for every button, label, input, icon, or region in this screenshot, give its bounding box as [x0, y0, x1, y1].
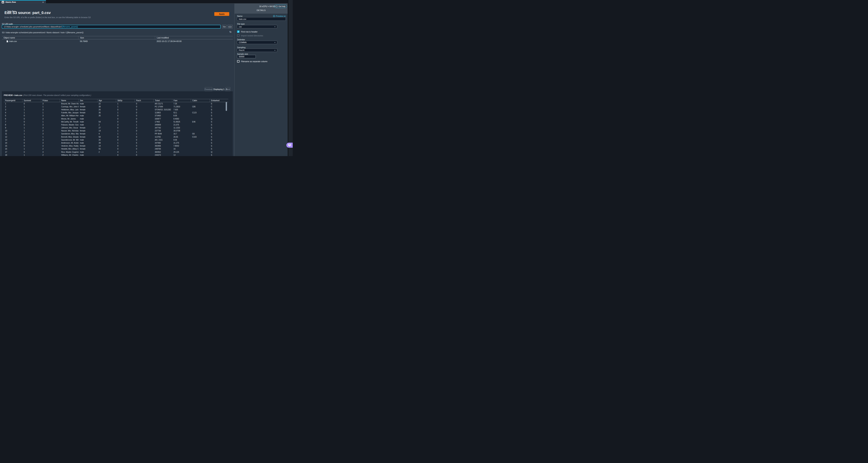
- table-cell: 1: [116, 133, 135, 135]
- preview-label: PREVIEW: [4, 94, 13, 96]
- table-cell: 5: [135, 142, 153, 144]
- table-cell: 1: [22, 148, 41, 150]
- sampling-select[interactable]: First K ▼: [237, 49, 277, 52]
- table-cell: 3: [41, 145, 60, 147]
- preview-column-header: Name: [60, 99, 79, 102]
- table-cell: 0: [22, 103, 41, 105]
- close-icon[interactable]: ✕: [42, 1, 44, 4]
- parameter-button[interactable]: {{ }}: [227, 25, 232, 29]
- get-help-button[interactable]: ? Get help: [274, 5, 287, 8]
- table-cell: female: [79, 148, 97, 150]
- table-cell: 1: [41, 136, 60, 138]
- table-cell: female: [79, 112, 97, 114]
- column-header-object-name: Object name: [2, 37, 78, 39]
- table-cell: 1: [22, 112, 41, 114]
- table-cell: 2: [41, 154, 60, 156]
- table-cell: 5: [4, 115, 22, 117]
- table-cell: 29.125: [172, 151, 191, 153]
- table-cell: Q: [210, 151, 228, 153]
- previous-page-button[interactable]: Previous: [205, 87, 212, 91]
- filename-column-checkbox[interactable]: Filename as separate column: [237, 60, 268, 63]
- table-row: 1812Williams, Mr. Charles Eu...male00244…: [4, 153, 228, 156]
- table-cell: male: [79, 118, 97, 120]
- right-rail: [288, 0, 293, 156]
- name-input[interactable]: train.csv: [237, 17, 286, 21]
- table-cell: 4: [97, 133, 116, 135]
- s3-breadcrumb[interactable]: S3 / data-wrangler-scheduled-jobs-parame…: [2, 31, 84, 34]
- table-cell: 373450: [153, 115, 172, 117]
- table-cell: Heikkinen, Miss. Laina: [60, 109, 79, 111]
- table-cell: 13: [172, 154, 191, 156]
- question-mark-icon: ?: [276, 5, 278, 7]
- table-cell: female: [79, 136, 97, 138]
- delimiter-select[interactable]: COMMA ▼: [237, 41, 277, 44]
- go-button[interactable]: Go: [222, 25, 227, 29]
- table-cell: S: [210, 148, 228, 150]
- table-cell: 1: [41, 106, 60, 108]
- table-row[interactable]: train.csv 59.76KB 2022-10-21 17:39:04+00…: [2, 39, 233, 43]
- table-cell: 0: [135, 145, 153, 147]
- vertical-scrollbar[interactable]: [226, 102, 227, 111]
- preview-on-toggle[interactable]: Preview on: [273, 15, 286, 17]
- table-cell: 9: [4, 127, 22, 129]
- apply-button[interactable]: Apply: [214, 12, 229, 16]
- preview-column-header: PassengerId: [4, 99, 22, 102]
- next-page-button[interactable]: Next: [225, 87, 230, 91]
- table-cell: 349909: [153, 124, 172, 126]
- table-cell: 248706: [153, 148, 172, 150]
- table-row: 103Braund, Mr. Owen Harrismale2210A/5 21…: [4, 102, 228, 105]
- details-panel-header: 16 vCPU + 64 GiB ? Get help DETAILS: [235, 4, 288, 13]
- table-cell: 3: [41, 127, 60, 129]
- s3-uri-input[interactable]: s3://data-wrangler-scheduled-jobs-parame…: [2, 25, 221, 29]
- table-cell: 22: [97, 103, 116, 105]
- table-cell: 58: [97, 136, 116, 138]
- preview-column-header: Survived: [22, 99, 41, 102]
- first-row-header-checkbox[interactable]: First row is header: [237, 30, 257, 33]
- table-cell: 26.55: [172, 136, 191, 138]
- sample-size-input[interactable]: 50000: [237, 55, 256, 58]
- preview-column-header: Sex: [79, 99, 97, 102]
- instance-size-label: 16 vCPU + 64 GiB: [259, 5, 276, 7]
- table-cell: Futrelle, Mrs. Jacques H...: [60, 112, 79, 114]
- page-subtitle: Enter the S3 URL of a file or prefix (fo…: [4, 16, 91, 19]
- preview-column-header: Pclass: [41, 99, 60, 102]
- tab-titanic-flow[interactable]: titanic.flow ✕: [0, 0, 46, 4]
- table-row: 313Heikkinen, Miss. Lainafemale2600STON/…: [4, 108, 228, 111]
- table-cell: male: [79, 139, 97, 141]
- table-cell: 113803: [153, 112, 172, 114]
- table-cell: PC 17599: [153, 106, 172, 108]
- table-cell: C85: [191, 106, 210, 108]
- table-row: 503Allen, Mr. William Henrymale350037345…: [4, 114, 228, 117]
- import-nested-checkbox[interactable]: Import nested directories: [237, 34, 263, 37]
- table-cell: 16: [4, 148, 22, 150]
- table-row: 1303Saundercock, Mr. Willia...male2000A/…: [4, 138, 228, 141]
- table-cell: S: [210, 142, 228, 144]
- table-cell: Moran, Mr. James: [60, 118, 79, 120]
- refresh-icon[interactable]: ↻: [229, 30, 231, 33]
- table-row: 603Moran, Mr. Jamesmale003308778.4583Q: [4, 117, 228, 120]
- chat-feedback-button[interactable]: [286, 143, 293, 148]
- table-cell: male: [79, 154, 97, 156]
- table-cell: 3: [41, 133, 60, 135]
- s3-browse-table: Object name Size Last modified train.csv…: [2, 36, 233, 43]
- table-cell: S: [210, 139, 228, 141]
- table-cell: 1: [135, 151, 153, 153]
- table-cell: Nasser, Mrs. Nicholas (A...: [60, 130, 79, 132]
- table-cell: 1: [22, 133, 41, 135]
- table-cell: 0: [22, 115, 41, 117]
- checkbox-icon: [237, 30, 240, 33]
- table-cell: McCarthy, Mr. Timothy J: [60, 121, 79, 123]
- file-type-select[interactable]: csv ▼: [237, 25, 277, 28]
- flow-file-icon: [2, 1, 4, 3]
- bullet-separator: •: [13, 94, 14, 96]
- table-cell: 0: [22, 145, 41, 147]
- table-cell: 7.925: [172, 109, 191, 111]
- table-cell: 2: [135, 127, 153, 129]
- table-cell: S: [210, 136, 228, 138]
- preview-table-body: 103Braund, Mr. Owen Harrismale2210A/5 21…: [4, 102, 228, 156]
- last-modified-cell: 2022-10-21 17:39:04+00:00: [155, 40, 233, 42]
- table-cell: 16.7: [172, 133, 191, 135]
- table-cell: 18: [4, 154, 22, 156]
- table-cell: 1: [116, 103, 135, 105]
- table-cell: S: [210, 112, 228, 114]
